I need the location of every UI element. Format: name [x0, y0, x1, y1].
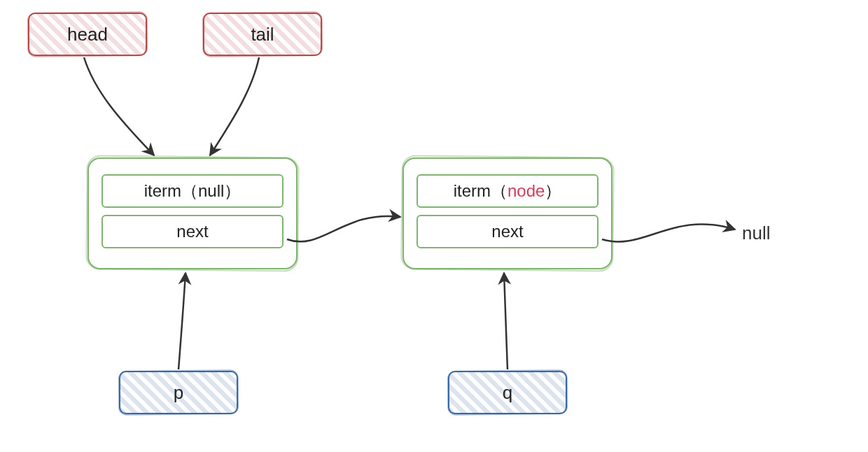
arrow-p-to-node1 [178, 273, 186, 369]
node-2-item-value: node [507, 181, 545, 201]
pointer-q: q [448, 371, 567, 414]
pointer-p: p [119, 371, 238, 414]
node-2: iterm（node） next [402, 157, 612, 269]
terminal-null-label: null [742, 223, 770, 243]
node-1-next: next [102, 215, 284, 248]
pointer-p-label: p [174, 382, 183, 404]
node-2-item: iterm（node） [416, 174, 598, 208]
pointer-q-label: q [503, 382, 512, 404]
node-2-item-prefix: iterm（ [454, 180, 507, 202]
arrow-head-to-node1 [84, 57, 154, 155]
pointer-tail-label: tail [251, 24, 274, 45]
diagram-stage: head tail iterm（null） next iterm（node） n… [0, 0, 868, 452]
arrow-q-to-node2 [504, 273, 507, 369]
node-1-next-label: next [176, 222, 208, 241]
node-2-item-suffix: ） [545, 180, 561, 202]
node-2-next: next [416, 215, 598, 248]
pointer-tail: tail [203, 13, 322, 56]
arrow-node2-next-to-null [602, 224, 735, 241]
arrow-node1-next-to-node2 [287, 216, 400, 242]
terminal-null: null [742, 223, 770, 244]
pointer-head-label: head [67, 24, 108, 45]
node-1-item-label: iterm（null） [144, 180, 241, 202]
arrow-tail-to-node1 [210, 57, 259, 155]
node-1: iterm（null） next [88, 157, 298, 269]
node-1-item: iterm（null） [102, 174, 284, 208]
pointer-head: head [28, 13, 147, 56]
node-2-next-label: next [491, 222, 523, 241]
